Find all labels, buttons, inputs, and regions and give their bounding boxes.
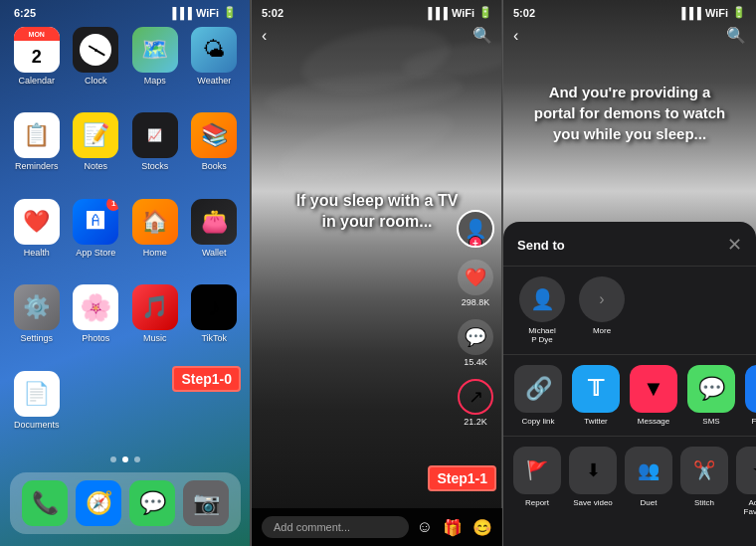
share-action-favorites[interactable]: ★ Add to Favorites — [736, 447, 756, 516]
app-home-app[interactable]: 🏠 Home — [128, 199, 182, 278]
app-reminders-label: Reminders — [15, 161, 59, 171]
share-app-message[interactable]: ▼ Message — [629, 365, 678, 426]
app-reminders[interactable]: 📋 Reminders — [10, 112, 64, 192]
dot-2 — [122, 456, 128, 462]
app-clock[interactable]: Clock — [70, 27, 123, 106]
app-wallet-label: Wallet — [202, 248, 227, 258]
share-search-icon[interactable]: 🔍 — [726, 26, 746, 45]
share-app-facebook[interactable]: f Facebook — [744, 365, 756, 426]
share-back-icon[interactable]: ‹ — [513, 27, 518, 45]
panel-share-sheet: 5:02 ▐▐▐ WiFi 🔋 ‹ 🔍 And you're providing… — [503, 0, 756, 546]
tiktok-search-icon[interactable]: 🔍 — [472, 26, 492, 45]
tiktok-share-action[interactable]: ↗ 21.2K — [458, 379, 493, 427]
dock-safari[interactable]: 🧭 — [76, 480, 121, 526]
comment-icon: 💬 — [458, 319, 493, 355]
app-home-label: Home — [143, 248, 167, 258]
wifi-icon: WiFi — [196, 7, 219, 19]
tiktok-right-actions: 👤 + ❤️ 298.8K 💬 15.4K ↗ 21.2K — [457, 210, 494, 427]
share-contacts-row: 👤 MichaelP Dye › More — [503, 267, 756, 355]
app-health[interactable]: ❤️ Health — [10, 199, 64, 278]
share-app-sms[interactable]: 💬 SMS — [686, 365, 736, 426]
tiktok-avatar-item: 👤 + — [457, 210, 494, 248]
more-label: More — [593, 326, 611, 335]
app-appstore[interactable]: 🅰 1 App Store — [70, 199, 123, 278]
tiktok-wifi-icon: WiFi — [452, 7, 474, 19]
tiktok-face-icon[interactable]: 😊 — [472, 518, 492, 537]
comment-count: 15.4K — [464, 357, 487, 367]
tiktok-back-icon[interactable]: ‹ — [262, 27, 267, 45]
dock-messages[interactable]: 💬 — [129, 480, 175, 526]
app-stocks[interactable]: 📈 Stocks — [128, 112, 182, 192]
signal-icon: ▐▐▐ — [168, 7, 191, 19]
chevron-right-icon: › — [599, 290, 604, 308]
share-nav-bar: ‹ 🔍 — [503, 22, 756, 49]
app-maps[interactable]: 🗺️ Maps — [128, 27, 182, 106]
tiktok-bottom-icons: ☺ 🎁 😊 — [417, 518, 492, 537]
app-clock-label: Clock — [85, 76, 107, 86]
home-page-dots — [110, 456, 140, 462]
tiktok-time: 5:02 — [262, 7, 284, 19]
app-notes-label: Notes — [84, 161, 107, 171]
tiktok-comment-action[interactable]: 💬 15.4K — [458, 319, 493, 367]
share-action-stitch[interactable]: ✂️ Stitch — [680, 447, 728, 516]
dock-phone[interactable]: 📞 — [22, 480, 68, 526]
favorites-label: Add to Favorites — [736, 498, 756, 516]
app-appstore-label: App Store — [76, 248, 115, 258]
contact-michael[interactable]: 👤 MichaelP Dye — [517, 276, 567, 344]
like-icon: ❤️ — [458, 260, 493, 295]
duet-icon: 👥 — [625, 447, 672, 494]
more-contacts-button[interactable]: › — [579, 276, 625, 322]
app-wallet[interactable]: 👛 Wallet — [188, 199, 242, 278]
tiktok-status-icons: ▐▐▐ WiFi 🔋 — [424, 6, 492, 19]
share-count: 21.2K — [464, 417, 487, 427]
twitter-icon: 𝕋 — [572, 365, 620, 413]
app-music[interactable]: 🎵 Music — [128, 284, 182, 364]
follow-plus-badge: + — [469, 236, 482, 248]
duet-label: Duet — [641, 498, 658, 507]
app-weather-label: Weather — [197, 76, 231, 86]
share-app-copylink[interactable]: 🔗 Copy link — [513, 365, 563, 426]
favorites-icon: ★ — [736, 447, 756, 494]
share-action-duet[interactable]: 👥 Duet — [625, 447, 672, 516]
app-documents[interactable]: 📄 Documents — [10, 371, 64, 451]
contact-more[interactable]: › More — [577, 276, 627, 344]
app-books[interactable]: 📚 Books — [188, 112, 242, 192]
share-action-savevideo[interactable]: ⬇ Save video — [569, 447, 617, 516]
share-actions-row: 🚩 Report ⬇ Save video 👥 Duet ✂️ Stitch ★… — [503, 437, 756, 526]
share-app-twitter[interactable]: 𝕋 Twitter — [571, 365, 621, 426]
home-status-bar: 6:25 ▐▐▐ WiFi 🔋 — [0, 0, 251, 21]
app-settings-label: Settings — [20, 333, 53, 343]
comment-input[interactable]: Add comment... — [262, 516, 409, 538]
panel-tiktok-video: 5:02 ▐▐▐ WiFi 🔋 ‹ 🔍 If you sleep with a … — [252, 0, 503, 546]
stitch-label: Stitch — [694, 498, 714, 507]
app-tiktok-label: TikTok — [201, 333, 227, 343]
app-music-label: Music — [143, 333, 167, 343]
app-calendar[interactable]: MON 2 Calendar — [10, 27, 64, 106]
panel-home: 6:25 ▐▐▐ WiFi 🔋 MON 2 Calendar Clo — [0, 0, 252, 546]
share-sheet-close-button[interactable]: ✕ — [727, 234, 742, 256]
share-sheet-title: Send to — [517, 238, 565, 253]
copylink-label: Copy link — [522, 417, 555, 426]
app-photos[interactable]: 🌸 Photos — [70, 284, 123, 364]
dock-camera[interactable]: 📷 — [183, 480, 229, 526]
home-dock: 📞 🧭 💬 📷 — [10, 472, 241, 534]
report-label: Report — [525, 498, 549, 507]
stitch-icon: ✂️ — [680, 447, 728, 494]
share-battery-icon: 🔋 — [732, 6, 746, 19]
app-settings[interactable]: ⚙️ Settings — [10, 284, 64, 364]
app-notes[interactable]: 📝 Notes — [70, 112, 123, 192]
tiktok-like-action[interactable]: ❤️ 298.8K — [458, 260, 493, 307]
share-action-report[interactable]: 🚩 Report — [513, 447, 561, 516]
tiktok-gift-icon[interactable]: 🎁 — [443, 518, 463, 537]
tiktok-avatar[interactable]: 👤 + — [457, 210, 494, 248]
battery-icon: 🔋 — [223, 6, 237, 19]
app-maps-label: Maps — [144, 76, 166, 86]
dot-1 — [110, 456, 116, 462]
app-calendar-label: Calendar — [18, 76, 55, 86]
app-weather[interactable]: 🌤 Weather — [188, 27, 242, 106]
sms-icon: 💬 — [687, 365, 735, 413]
app-tiktok[interactable]: ♪ TikTok — [188, 284, 242, 364]
tiktok-emoji-icon[interactable]: ☺ — [417, 518, 433, 537]
tiktok-battery-icon: 🔋 — [478, 6, 492, 19]
app-health-label: Health — [24, 248, 50, 258]
